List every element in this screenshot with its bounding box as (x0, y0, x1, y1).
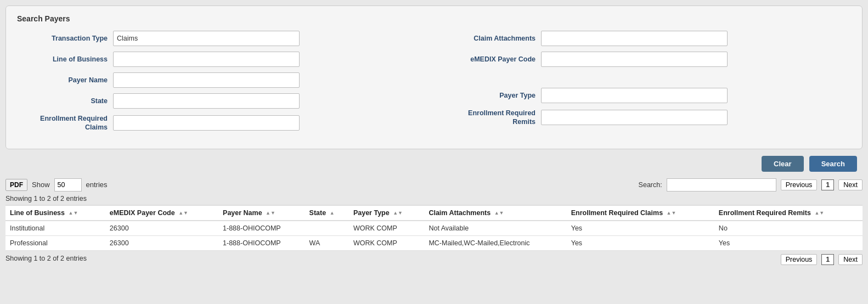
current-page-bottom: 1 (821, 254, 834, 265)
state-label: State (17, 97, 113, 105)
col-label-emedix-payer-code: eMEDIX Payer Code (110, 209, 175, 217)
table-controls-left: PDF Show entries (5, 178, 108, 192)
claim-attachments-label: Claim Attachments (445, 34, 541, 43)
table-cell: 26300 (105, 235, 218, 250)
payer-type-input[interactable] (541, 88, 728, 103)
sort-icon-payer-name: ▲▼ (266, 211, 275, 216)
showing-text-bottom: Showing 1 to 2 of 2 entries (5, 255, 87, 262)
current-page-top: 1 (821, 179, 834, 190)
show-entries-input[interactable] (54, 178, 82, 192)
col-header-line-of-business[interactable]: Line of Business ▲▼ (5, 205, 105, 221)
enrollment-remits-label: Enrollment RequiredRemits (445, 109, 541, 127)
sort-icon-enrollment-required-remits: ▲▼ (814, 211, 824, 216)
table-cell: Institutional (5, 221, 105, 236)
table-cell: WORK COMP (349, 221, 424, 236)
enrollment-claims-input[interactable] (113, 115, 300, 131)
sort-icon-emedix-payer-code: ▲▼ (178, 211, 188, 216)
previous-button-top[interactable]: Previous (781, 179, 818, 190)
claim-attachments-row: Claim Attachments (445, 31, 851, 46)
transaction-type-input[interactable] (113, 31, 300, 46)
line-of-business-label: Line of Business (17, 55, 113, 64)
payer-type-row: Payer Type (445, 88, 851, 103)
table-cell: 26300 (105, 221, 218, 236)
line-of-business-row: Line of Business (17, 52, 423, 67)
transaction-type-label: Transaction Type (17, 34, 113, 43)
show-label: Show (32, 181, 50, 189)
payer-name-row: Payer Name (17, 72, 423, 88)
emedix-payer-code-input[interactable] (541, 52, 728, 67)
line-of-business-input[interactable] (113, 52, 300, 67)
col-label-enrollment-required-remits: Enrollment Required Remits (719, 209, 811, 217)
col-label-state: State (309, 209, 326, 217)
next-button-bottom[interactable]: Next (838, 254, 863, 265)
state-row: State (17, 93, 423, 109)
sort-icon-enrollment-required-claims: ▲▼ (667, 211, 677, 216)
table-cell: No (714, 221, 863, 236)
payer-name-label: Payer Name (17, 76, 113, 85)
panel-title: Search Payers (17, 14, 851, 23)
form-left-col: Transaction Type Line of Business Payer … (17, 31, 423, 138)
search-button[interactable]: Search (809, 156, 857, 172)
enrollment-remits-row: Enrollment RequiredRemits (445, 109, 851, 127)
table-cell: 1-888-OHIOCOMP (218, 235, 305, 250)
table-cell: WA (305, 235, 349, 250)
transaction-type-row: Transaction Type (17, 31, 423, 46)
enrollment-claims-label: Enrollment RequiredClaims (17, 114, 113, 132)
col-label-payer-name: Payer Name (223, 209, 262, 217)
payer-type-label: Payer Type (445, 91, 541, 100)
table-header-row: Line of Business ▲▼ eMEDIX Payer Code ▲▼… (5, 205, 863, 221)
form-grid: Transaction Type Line of Business Payer … (17, 31, 851, 138)
table-cell: 1-888-OHIOCOMP (218, 221, 305, 236)
table-row: Institutional263001-888-OHIOCOMPWORK COM… (5, 221, 863, 236)
table-cell: Yes (567, 235, 714, 250)
data-table: Line of Business ▲▼ eMEDIX Payer Code ▲▼… (5, 205, 863, 251)
col-header-payer-name[interactable]: Payer Name ▲▼ (218, 205, 305, 221)
table-cell: Yes (714, 235, 863, 250)
table-controls-right: Search: Previous 1 Next (639, 178, 863, 192)
showing-text-top: Showing 1 to 2 of 2 entries (5, 195, 863, 202)
button-row: Clear Search (5, 156, 863, 172)
pdf-button[interactable]: PDF (5, 179, 27, 191)
table-cell: Professional (5, 235, 105, 250)
col-header-enrollment-required-remits[interactable]: Enrollment Required Remits ▲▼ (714, 205, 863, 221)
claim-attachments-input[interactable] (541, 31, 728, 46)
table-cell: MC-Mailed,WC-Mailed,Electronic (424, 235, 566, 250)
table-search-input[interactable] (667, 178, 776, 192)
col-header-emedix-payer-code[interactable]: eMEDIX Payer Code ▲▼ (105, 205, 218, 221)
form-right-col: Claim Attachments eMEDIX Payer Code Paye… (445, 31, 851, 138)
table-cell (305, 221, 349, 236)
payer-name-input[interactable] (113, 72, 300, 88)
enrollment-claims-row: Enrollment RequiredClaims (17, 114, 423, 132)
previous-button-bottom[interactable]: Previous (781, 254, 818, 265)
enrollment-remits-input[interactable] (541, 110, 728, 125)
sort-icon-payer-type: ▲▼ (393, 211, 403, 216)
table-search-label: Search: (639, 181, 662, 189)
emedix-payer-code-label: eMEDIX Payer Code (445, 55, 541, 64)
col-header-state[interactable]: State ▲ (305, 205, 349, 221)
col-label-enrollment-required-claims: Enrollment Required Claims (571, 209, 663, 217)
state-input[interactable] (113, 93, 300, 109)
col-header-payer-type[interactable]: Payer Type ▲▼ (349, 205, 424, 221)
col-header-enrollment-required-claims[interactable]: Enrollment Required Claims ▲▼ (567, 205, 714, 221)
table-controls-right-bottom: Previous 1 Next (781, 254, 863, 265)
col-label-line-of-business: Line of Business (10, 209, 65, 217)
search-panel: Search Payers Transaction Type Line of B… (5, 5, 863, 149)
sort-icon-claim-attachments: ▲▼ (494, 211, 504, 216)
col-label-claim-attachments: Claim Attachments (429, 209, 491, 217)
bottom-bar: Showing 1 to 2 of 2 entries Previous 1 N… (5, 254, 863, 265)
table-row: Professional263001-888-OHIOCOMPWAWORK CO… (5, 235, 863, 250)
col-header-claim-attachments[interactable]: Claim Attachments ▲▼ (424, 205, 566, 221)
col-label-payer-type: Payer Type (353, 209, 390, 217)
table-cell: Yes (567, 221, 714, 236)
next-button-top[interactable]: Next (838, 179, 863, 190)
table-cell: Not Available (424, 221, 566, 236)
sort-icon-state: ▲ (330, 211, 335, 216)
table-cell: WORK COMP (349, 235, 424, 250)
table-controls-top: PDF Show entries Search: Previous 1 Next (5, 178, 863, 192)
entries-label: entries (86, 181, 108, 189)
sort-icon-line-of-business: ▲▼ (69, 211, 78, 216)
clear-button[interactable]: Clear (762, 156, 804, 172)
emedix-payer-code-row: eMEDIX Payer Code (445, 52, 851, 67)
